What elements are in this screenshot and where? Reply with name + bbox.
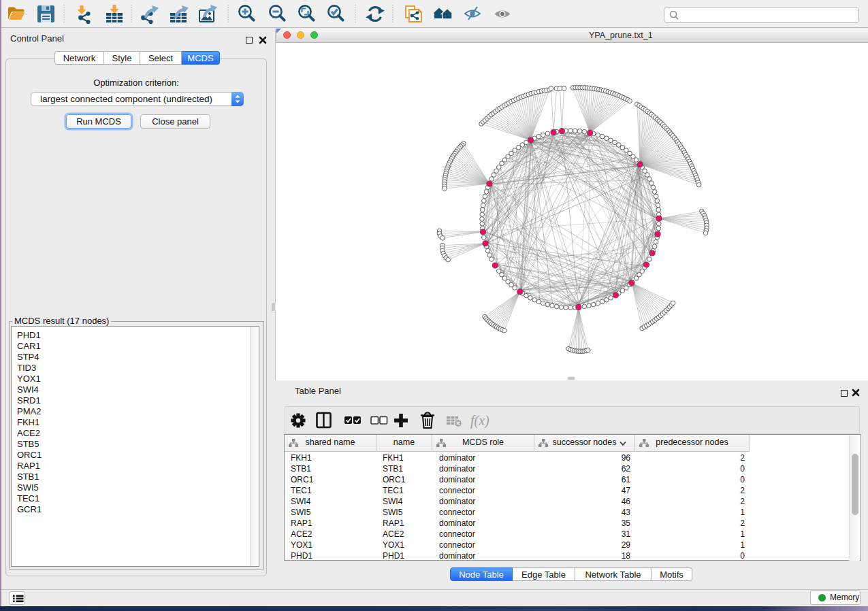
svg-text:f(x): f(x) <box>470 413 489 429</box>
